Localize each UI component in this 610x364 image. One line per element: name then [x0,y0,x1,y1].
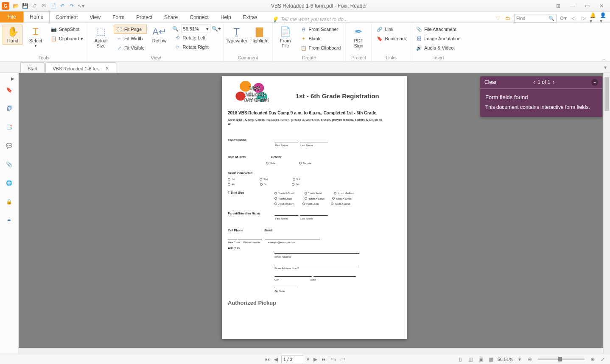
radio-axl[interactable] [331,203,333,205]
settings-icon[interactable]: ⚙▾ [559,14,567,22]
tab-help[interactable]: Help [215,12,237,22]
prev-find-icon[interactable]: ◁ [569,14,577,22]
last-page-icon[interactable]: ⏭ [321,356,327,362]
doctab-start[interactable]: Start [20,62,45,72]
zoom-select[interactable]: 56.51%▾ [182,25,210,33]
hand-button[interactable]: ✋Hand [3,25,23,45]
image-annotation-button[interactable]: 🖼Image Annotation [414,34,463,43]
zoom-slider[interactable] [538,358,585,360]
radio-male[interactable] [266,162,269,164]
clipboard-button[interactable]: 📋Clipboard ▾ [48,34,85,43]
from-clipboard-button[interactable]: 📋From Clipboard [298,43,343,53]
radio-yxl[interactable] [305,197,307,200]
tab-protect[interactable]: Protect [130,12,158,22]
fit-page-status-icon[interactable]: ⤢ [599,356,607,362]
zoom-out-status-icon[interactable]: ⊖ [526,356,534,362]
file-attachment-button[interactable]: 📎File Attachment [414,25,463,34]
forward-view-icon[interactable]: ⮣ [339,356,346,362]
find-box[interactable]: Find🔍 [514,14,557,22]
rotate-right-button[interactable]: ⟳Rotate Right [172,42,221,52]
audio-video-button[interactable]: 🔊Audio & Video [414,43,463,53]
back-view-icon[interactable]: ⮢ [330,356,337,362]
radio-axs[interactable] [332,197,335,200]
radio-5th[interactable] [260,183,263,186]
fit-visible-button[interactable]: ⤢Fit Visible [114,43,146,53]
tab-comment[interactable]: Comment [50,12,84,22]
radio-yxs[interactable] [274,192,277,195]
continuous-view-icon[interactable]: ▥ [467,356,475,362]
first-page-icon[interactable]: ⏮ [264,356,271,362]
zoom-in-icon[interactable]: 🔍+ [212,26,221,32]
print-icon[interactable]: 🖨 [31,2,38,10]
typewriter-button[interactable]: ṮTypewriter [227,25,247,45]
horizontal-scrollbar[interactable] [19,348,603,354]
tab-home[interactable]: Home [23,11,50,22]
zoom-dropdown-icon[interactable]: ▾ [516,356,523,362]
tab-form[interactable]: Form [106,12,130,22]
doctab-close-icon[interactable]: ✕ [105,66,109,71]
user-icon[interactable]: 👤▾ [600,14,607,22]
folder-icon[interactable]: 🗀 [504,14,512,22]
cursor-dropdown-icon[interactable]: ↖▾ [77,2,85,10]
ribbon-mode-icon[interactable]: ⊞ [553,3,563,9]
zoom-slider-knob[interactable] [558,357,562,361]
highlight-button[interactable]: ▇Highlight [249,25,270,45]
next-page-icon[interactable]: ▶ [313,356,318,362]
minimize-icon[interactable]: — [568,3,578,9]
pages-panel-icon[interactable]: 🗐 [5,104,14,113]
radio-ys[interactable] [305,192,307,195]
fit-width-button[interactable]: ↔Fit Width [114,34,146,43]
bookmark-button[interactable]: 🔖Bookmark [374,34,408,43]
document-viewport[interactable]: VBS RELOAD DAY CAMP! 1st - 6th Grade Reg… [19,73,610,354]
radio-1st[interactable] [228,178,230,181]
zoom-out-icon[interactable]: 🔍‑ [172,26,180,32]
next-find-icon[interactable]: ▷ [579,14,587,22]
from-file-button[interactable]: 📄From File [275,25,296,50]
signatures-panel-icon[interactable]: ✒ [5,216,14,225]
radio-4th[interactable] [228,183,230,186]
pdf-sign-button[interactable]: ✒PDF Sign [348,25,369,50]
heart-icon[interactable]: ♡ [494,14,501,22]
radio-am[interactable] [274,203,277,205]
undo-icon[interactable]: ↶ [59,2,66,10]
bookmarks-panel-icon[interactable]: 🔖 [5,86,14,94]
tab-share[interactable]: Share [158,12,184,22]
save-icon[interactable]: 💾 [21,2,29,10]
attachments-panel-icon[interactable]: 📎 [5,160,14,169]
vertical-scrollbar[interactable] [603,73,610,354]
radio-6th[interactable] [292,183,294,186]
close-icon[interactable]: ✕ [596,3,607,9]
email-icon[interactable]: ✉ [40,2,48,10]
open-icon[interactable]: 📂 [12,2,20,10]
continuous-facing-view-icon[interactable]: ▦ [487,356,495,362]
radio-female[interactable] [299,162,302,164]
tab-file[interactable]: File [0,11,23,22]
redo-icon[interactable]: ↷ [68,2,76,10]
page-dropdown-icon[interactable]: ▾ [306,356,310,362]
snapshot-button[interactable]: 📷SnapShot [48,25,85,34]
expand-panel-icon[interactable]: ▶ [11,76,14,81]
link-button[interactable]: 🔗Link [374,25,408,34]
tab-connect[interactable]: Connect [184,12,215,22]
notif-prev-icon[interactable]: ‹ [533,79,535,85]
blank-button[interactable]: ✦Blank [298,34,343,43]
doctab-current[interactable]: VBS Reloaded 1-6 for...✕ [45,62,116,72]
bell-icon[interactable]: 🔔▾ [590,14,597,22]
actual-size-button[interactable]: ⬚Actual Size [91,25,111,50]
reflow-button[interactable]: A↵Reflow [149,25,170,45]
radio-2nd[interactable] [260,178,262,181]
notif-next-icon[interactable]: › [553,79,554,85]
single-page-view-icon[interactable]: ▯ [457,356,464,362]
doctab-dropdown-icon[interactable]: ▾ [604,64,607,70]
fit-page-button[interactable]: ⛶Fit Page [114,25,146,34]
facing-view-icon[interactable]: ▣ [477,356,485,362]
maximize-icon[interactable]: ▭ [582,3,592,9]
radio-ym[interactable] [334,192,336,195]
radio-al[interactable] [302,203,305,205]
tell-me-search[interactable]: 💡 Tell me what you want to do... [272,17,494,22]
comments-panel-icon[interactable]: 💬 [5,142,14,150]
connect-panel-icon[interactable]: 🌐 [5,179,14,187]
tab-view[interactable]: View [84,12,106,22]
from-scanner-button[interactable]: 🖨From Scanner [298,25,343,34]
tab-extras[interactable]: Extras [237,12,263,22]
